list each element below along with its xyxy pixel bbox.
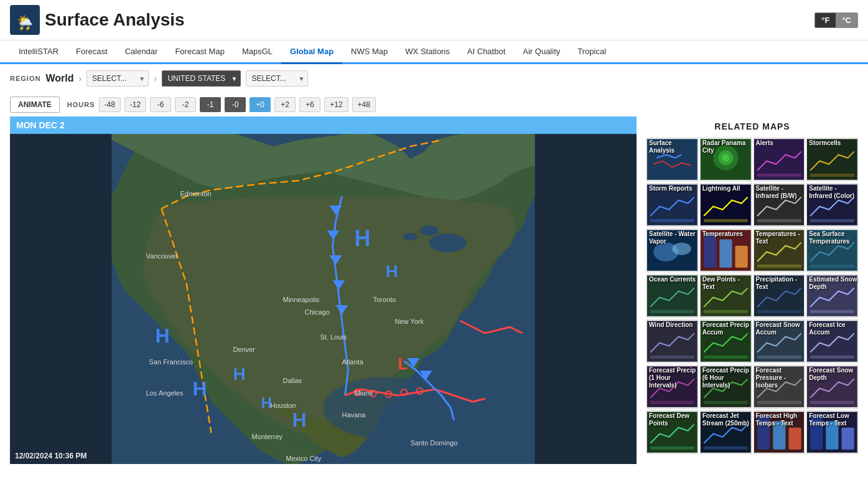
svg-text:Dallas: Dallas bbox=[283, 377, 302, 384]
related-map-item[interactable]: Forecast Ice Accum bbox=[806, 320, 858, 363]
related-label: Ocean Currents bbox=[649, 276, 696, 283]
related-map-item[interactable]: Temperatures bbox=[700, 229, 752, 272]
temp-toggle: °F °C bbox=[814, 12, 858, 28]
related-map-item[interactable]: Forecast High Temps - Text bbox=[754, 410, 805, 454]
nav-ai-chatbot[interactable]: AI Chatbot bbox=[459, 40, 514, 62]
related-map-item[interactable]: Forecast Pressure - Isobars bbox=[754, 365, 805, 409]
svg-rect-95 bbox=[650, 401, 694, 404]
svg-rect-101 bbox=[810, 401, 854, 404]
hour-btn-pos2[interactable]: +2 bbox=[274, 97, 296, 112]
hour-btn-pos48[interactable]: +48 bbox=[352, 97, 376, 112]
nav-mapsgl[interactable]: MapsGL bbox=[233, 40, 281, 62]
related-map-item[interactable]: Forecast Snow Depth bbox=[806, 365, 858, 409]
related-label: Forecast High Temps - Text bbox=[756, 412, 805, 427]
related-map-item[interactable]: Forecast Snow Accum bbox=[754, 320, 805, 363]
region-select3[interactable]: SELECT... bbox=[246, 70, 308, 87]
related-label: Estimated Snow Depth bbox=[809, 276, 857, 291]
related-map-item[interactable]: Ocean Currents bbox=[646, 274, 698, 318]
related-label: Lightning All bbox=[702, 185, 740, 192]
related-map-item[interactable]: Lightning All bbox=[700, 183, 752, 227]
related-thumb: Forecast Jet Stream (250mb) bbox=[701, 411, 751, 453]
related-map-item[interactable]: Satellite - Infrared (Color) bbox=[806, 183, 858, 227]
related-map-item[interactable]: Forecast Precip (1 Hour Intervals) bbox=[646, 365, 698, 409]
related-thumb: Radar Panama City bbox=[701, 138, 751, 181]
related-map-item[interactable]: Storm Reports bbox=[646, 183, 698, 227]
related-thumb: Precipitation - Text bbox=[754, 275, 805, 317]
related-map-item[interactable]: Forecast Dew Points bbox=[646, 410, 698, 454]
hour-btn-neg6[interactable]: -6 bbox=[150, 97, 171, 112]
nav-tropical[interactable]: Tropical bbox=[569, 40, 615, 62]
temp-c-button[interactable]: °C bbox=[836, 13, 857, 27]
related-thumb: Satellite - Water Vapor bbox=[647, 229, 698, 272]
related-map-item[interactable]: Satellite - Water Vapor bbox=[646, 229, 698, 272]
related-map-item[interactable]: Satellite - Infrared (B/W) bbox=[754, 183, 805, 227]
svg-rect-113 bbox=[842, 427, 854, 449]
region-select2[interactable]: UNITED STATES bbox=[162, 70, 241, 87]
related-label: Forecast Dew Points bbox=[649, 412, 698, 427]
nav-air-quality[interactable]: Air Quality bbox=[514, 40, 569, 62]
svg-text:H: H bbox=[355, 225, 371, 251]
related-map-item[interactable]: Precipitation - Text bbox=[754, 274, 805, 318]
related-map-item[interactable]: Radar Panama City bbox=[700, 138, 752, 181]
related-label: Stormcells bbox=[809, 140, 841, 147]
related-map-item[interactable]: Forecast Low Temps - Text bbox=[806, 410, 858, 454]
hour-btn-neg0[interactable]: -0 bbox=[225, 97, 246, 112]
related-thumb: Forecast Precip (6 Hour Intervals) bbox=[701, 366, 751, 408]
hour-btn-neg48[interactable]: -48 bbox=[99, 97, 121, 112]
svg-text:New York: New York bbox=[395, 318, 424, 325]
related-map-item[interactable]: Stormcells bbox=[806, 138, 858, 181]
related-thumb: Forecast Snow Accum bbox=[754, 320, 805, 362]
nav-nws-map[interactable]: NWS Map bbox=[342, 40, 396, 62]
svg-rect-97 bbox=[704, 401, 748, 404]
related-map-item[interactable]: Temperatures - Text bbox=[754, 229, 805, 272]
related-label: Dew Points - Text bbox=[702, 276, 751, 291]
nav-intellistar[interactable]: IntelliSTAR bbox=[10, 40, 67, 62]
hour-btn-pos6[interactable]: +6 bbox=[299, 97, 320, 112]
nav-global-map[interactable]: Global Map bbox=[281, 40, 342, 64]
region-select1[interactable]: SELECT... bbox=[86, 70, 149, 87]
nav-calendar[interactable]: Calendar bbox=[116, 40, 167, 62]
svg-text:Mexico City: Mexico City bbox=[286, 455, 322, 462]
hour-btn-neg2[interactable]: -2 bbox=[175, 97, 196, 112]
nav-forecast-map[interactable]: Forecast Map bbox=[166, 40, 233, 62]
svg-point-11 bbox=[403, 233, 418, 240]
related-thumb: Satellite - Infrared (Color) bbox=[807, 184, 857, 226]
related-label: Satellite - Infrared (Color) bbox=[809, 185, 857, 200]
svg-text:Chicago: Chicago bbox=[305, 308, 330, 316]
related-label: Forecast Precip (6 Hour Intervals) bbox=[702, 367, 751, 389]
svg-rect-103 bbox=[650, 447, 694, 450]
nav-forecast[interactable]: Forecast bbox=[67, 40, 116, 62]
svg-rect-60 bbox=[650, 219, 694, 222]
region-select2-wrapper[interactable]: UNITED STATES ▼ bbox=[162, 70, 241, 87]
svg-rect-79 bbox=[650, 310, 694, 313]
hour-btn-neg1[interactable]: -1 bbox=[200, 97, 221, 112]
svg-rect-58 bbox=[810, 174, 854, 177]
temp-f-button[interactable]: °F bbox=[815, 13, 836, 27]
related-map-item[interactable]: Dew Points - Text bbox=[700, 274, 752, 318]
related-label: Wind Direction bbox=[649, 321, 693, 329]
related-map-item[interactable]: Estimated Snow Depth bbox=[806, 274, 858, 318]
related-map-item[interactable]: Forecast Precip (6 Hour Intervals) bbox=[700, 365, 752, 409]
related-map-item[interactable]: Forecast Jet Stream (250mb) bbox=[700, 410, 752, 454]
related-map-item[interactable]: Surface Analysis bbox=[646, 138, 698, 181]
svg-rect-73 bbox=[735, 245, 747, 267]
region-select1-wrapper[interactable]: SELECT... ▼ bbox=[86, 70, 149, 87]
svg-rect-91 bbox=[757, 356, 801, 359]
related-map-item[interactable]: Alerts bbox=[754, 138, 805, 181]
related-thumb: Forecast Snow Depth bbox=[807, 366, 857, 408]
hour-btn-pos12[interactable]: +12 bbox=[324, 97, 348, 112]
related-map-item[interactable]: Wind Direction bbox=[646, 320, 698, 363]
related-label: Alerts bbox=[756, 140, 773, 147]
region-select3-wrapper[interactable]: SELECT... ▼ bbox=[246, 70, 308, 87]
region-value: World bbox=[45, 73, 73, 84]
hour-btn-pos0[interactable]: +0 bbox=[250, 97, 271, 112]
related-map-item[interactable]: Forecast Precip Accum bbox=[700, 320, 752, 363]
hour-btn-neg12[interactable]: -12 bbox=[124, 97, 146, 112]
nav-bar: IntelliSTAR Forecast Calendar Forecast M… bbox=[0, 40, 868, 64]
related-thumb: Wind Direction bbox=[647, 320, 698, 362]
related-map-item[interactable]: Sea Surface Temperatures bbox=[806, 229, 858, 272]
svg-text:⚡⚡: ⚡⚡ bbox=[19, 25, 31, 31]
nav-wx-stations[interactable]: WX Stations bbox=[396, 40, 459, 62]
animate-button[interactable]: ANIMATE bbox=[10, 97, 60, 113]
map-container[interactable]: H H H H H H H Edmonton Vancouver San Fra… bbox=[10, 134, 637, 464]
